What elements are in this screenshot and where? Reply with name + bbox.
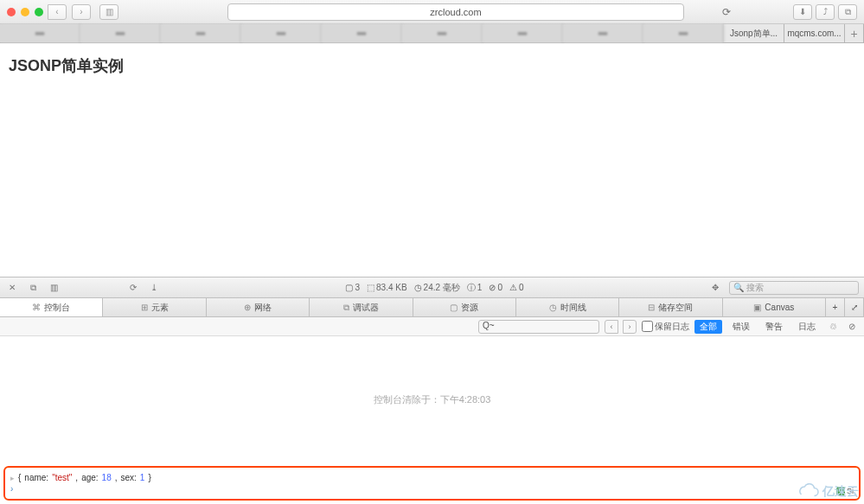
new-tab-button[interactable]: + xyxy=(845,24,864,42)
browser-tab-active[interactable]: Jsonp简单... xyxy=(724,24,784,42)
tab-label: mqcms.com... xyxy=(787,29,841,38)
plus-icon: + xyxy=(850,27,857,41)
tab-label: 网络 xyxy=(254,302,272,314)
filter-prev-button[interactable]: ‹ xyxy=(605,320,618,334)
expand-button[interactable]: ⤢ xyxy=(845,298,864,316)
cloud-icon xyxy=(795,483,821,501)
console-body: 控制台清除于：下午4:28:03 ▸ { name: "test", age: … xyxy=(0,336,864,504)
browser-tab[interactable]: ▪▪▪ xyxy=(0,24,80,42)
console-output-highlight: ▸ { name: "test", age: 18, sex: 1 } › Si xyxy=(3,466,861,501)
object-key: age: xyxy=(81,473,98,482)
close-window-icon[interactable] xyxy=(7,8,16,16)
tab-label: Canvas xyxy=(765,303,794,312)
console-filter-bar: Q~ ‹ › 保留日志 全部 错误 警告 日志 ♲ ⊘ xyxy=(0,317,864,336)
resources-icon: ▢ xyxy=(450,303,458,312)
devtools-panel: ✕ ⧉ ▥ ⟳ ⤓ ▢ 3 ⬚ 83.4 KB ◷ 24.2 毫秒 ⓘ 1 ⊘ … xyxy=(0,277,864,504)
reload-icon[interactable]: ⟳ xyxy=(126,281,140,295)
network-icon: ⊕ xyxy=(244,303,251,312)
browser-tab[interactable]: ▪▪▪ xyxy=(80,24,161,42)
tab-resources[interactable]: ▢资源 xyxy=(413,298,516,316)
canvas-icon: ▣ xyxy=(753,303,761,312)
page-content: JSONP简单实例 xyxy=(0,43,864,88)
toolbar-right: ⬇ ⤴ ⧉ xyxy=(793,4,857,20)
console-icon: ⌘ xyxy=(32,303,41,312)
disclosure-icon[interactable]: ▸ xyxy=(10,474,15,482)
sidebar-button[interactable]: ▥ xyxy=(99,4,118,20)
timeline-icon: ◷ xyxy=(549,303,557,312)
prompt-icon: › xyxy=(10,484,13,494)
browser-tab[interactable]: ▪▪▪ xyxy=(643,24,724,42)
download-icon[interactable]: ⤓ xyxy=(147,281,161,295)
add-tab-button[interactable]: + xyxy=(826,298,845,316)
filter-log[interactable]: 日志 xyxy=(793,320,821,334)
console-filter-input[interactable]: Q~ xyxy=(478,320,599,334)
browser-toolbar: ‹ › ▥ zrcloud.com ⟳ ⬇ ⤴ ⧉ xyxy=(0,0,864,24)
object-value: "test" xyxy=(52,473,72,482)
url-text: zrcloud.com xyxy=(430,7,481,17)
object-value: 1 xyxy=(140,473,145,482)
browser-tab[interactable]: ▪▪▪ xyxy=(161,24,241,42)
object-key: name: xyxy=(24,473,48,482)
tab-label: 元素 xyxy=(151,302,169,314)
devtools-search-input[interactable]: 🔍 搜索 xyxy=(729,281,859,295)
browser-tab[interactable]: ▪▪▪ xyxy=(241,24,322,42)
address-bar[interactable]: zrcloud.com ⟳ xyxy=(227,3,684,21)
tab-elements[interactable]: ⊞元素 xyxy=(103,298,206,316)
split-button[interactable]: ▥ xyxy=(47,281,61,295)
warn-count: ⊘ 0 xyxy=(489,283,502,292)
console-prompt[interactable]: › xyxy=(10,484,854,494)
elements-icon: ⊞ xyxy=(141,303,148,312)
size-stat: ⬚ 83.4 KB xyxy=(367,283,407,292)
watermark: 亿速云 xyxy=(795,483,859,501)
dock-button[interactable]: ⧉ xyxy=(26,281,40,295)
tab-label: 资源 xyxy=(461,302,478,314)
tab-network[interactable]: ⊕网络 xyxy=(207,298,310,316)
minimize-window-icon[interactable] xyxy=(21,8,29,16)
keep-log-checkbox[interactable]: 保留日志 xyxy=(642,321,689,333)
error-count: ⚠ 0 xyxy=(509,283,524,292)
object-key: sex: xyxy=(121,473,137,482)
tab-debugger[interactable]: ⧉调试器 xyxy=(310,298,413,316)
console-cleared-message: 控制台清除于：下午4:28:03 xyxy=(0,336,864,463)
tab-label: 调试器 xyxy=(353,302,379,314)
tab-label: Jsonp简单... xyxy=(730,28,778,40)
back-button[interactable]: ‹ xyxy=(48,4,67,20)
object-brace: { xyxy=(18,473,21,482)
object-brace: } xyxy=(148,473,150,482)
debugger-icon: ⧉ xyxy=(343,303,349,313)
browser-tab[interactable]: ▪▪▪ xyxy=(322,24,402,42)
window-controls xyxy=(7,8,43,16)
reload-icon[interactable]: ⟳ xyxy=(719,4,734,20)
tab-canvas[interactable]: ▣Canvas xyxy=(723,298,826,316)
browser-tab[interactable]: mqcms.com... xyxy=(784,24,845,42)
tab-label: 控制台 xyxy=(44,302,70,314)
tab-timeline[interactable]: ◷时间线 xyxy=(516,298,619,316)
info-count: ⓘ 1 xyxy=(467,282,483,294)
downloads-button[interactable]: ⬇ xyxy=(793,4,812,20)
page-heading: JSONP简单实例 xyxy=(9,55,855,76)
browser-tab[interactable]: ▪▪▪ xyxy=(483,24,563,42)
tab-storage[interactable]: ⊟储存空间 xyxy=(619,298,722,316)
filter-error[interactable]: 错误 xyxy=(727,320,755,334)
devtools-tabs: ⌘控制台 ⊞元素 ⊕网络 ⧉调试器 ▢资源 ◷时间线 ⊟储存空间 ▣Canvas… xyxy=(0,298,864,317)
clear-icon[interactable]: ⊘ xyxy=(845,320,859,334)
tab-label: 时间线 xyxy=(560,302,586,314)
storage-icon: ⊟ xyxy=(648,303,655,312)
inspect-icon[interactable]: ✥ xyxy=(708,281,722,295)
browser-tab[interactable]: ▪▪▪ xyxy=(402,24,483,42)
filter-next-button[interactable]: › xyxy=(623,320,637,334)
tab-bar: ▪▪▪ ▪▪▪ ▪▪▪ ▪▪▪ ▪▪▪ ▪▪▪ ▪▪▪ ▪▪▪ ▪▪▪ Json… xyxy=(0,24,864,43)
forward-button[interactable]: › xyxy=(72,4,91,20)
filter-warn[interactable]: 警告 xyxy=(760,320,788,334)
zoom-window-icon[interactable] xyxy=(35,8,43,16)
browser-tab[interactable]: ▪▪▪ xyxy=(563,24,643,42)
console-log-line: ▸ { name: "test", age: 18, sex: 1 } xyxy=(10,473,854,482)
filter-all[interactable]: 全部 xyxy=(694,320,722,334)
docs-count: ▢ 3 xyxy=(345,283,360,292)
tab-console[interactable]: ⌘控制台 xyxy=(0,298,103,316)
share-button[interactable]: ⤴ xyxy=(816,4,835,20)
close-devtools-button[interactable]: ✕ xyxy=(5,281,19,295)
devtools-toolbar: ✕ ⧉ ▥ ⟳ ⤓ ▢ 3 ⬚ 83.4 KB ◷ 24.2 毫秒 ⓘ 1 ⊘ … xyxy=(0,278,864,298)
recycle-icon[interactable]: ♲ xyxy=(826,320,840,334)
tabs-button[interactable]: ⧉ xyxy=(838,4,857,20)
